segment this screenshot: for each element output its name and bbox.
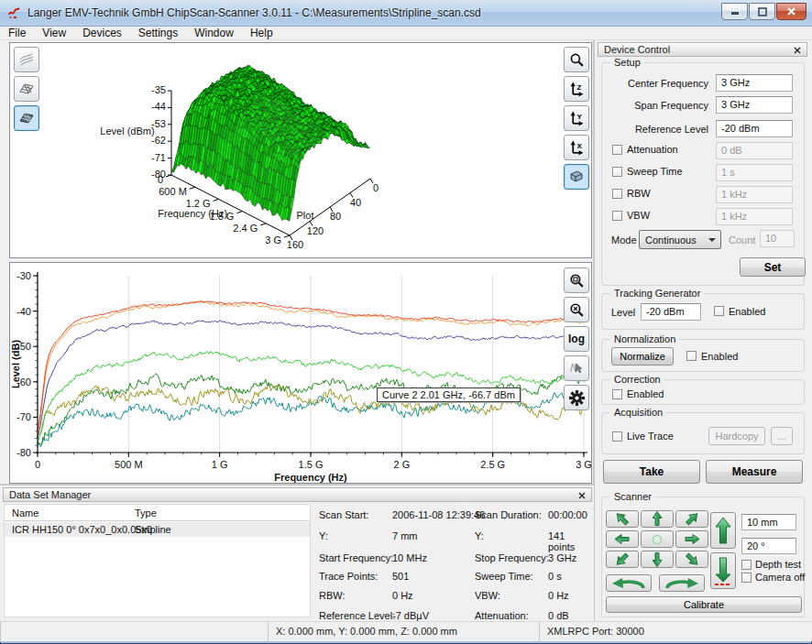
scanner-left-button[interactable] (606, 530, 639, 548)
menu-file[interactable]: File (0, 27, 34, 40)
column-header-type[interactable]: Type (135, 508, 157, 518)
attenuation-input[interactable]: 0 dB (716, 142, 793, 159)
tg-level-input[interactable]: -20 dBm (641, 303, 701, 321)
scanner-up-left-button[interactable] (606, 510, 639, 528)
scanner-up-button[interactable] (641, 510, 674, 528)
probe-up-button[interactable] (710, 512, 736, 549)
arrow-icon (681, 511, 703, 527)
normalization-enabled-checkbox[interactable] (686, 351, 697, 361)
step-size-input[interactable]: 10 mm (741, 514, 796, 530)
center-frequency-label: Center Frequency (608, 78, 708, 89)
scan-info-value: -7 dBµV (392, 610, 429, 621)
axis-z-button[interactable]: Z (564, 76, 589, 102)
vbw-checkbox[interactable] (612, 211, 622, 221)
scanner-up-right-button[interactable] (675, 510, 708, 528)
reference-level-input[interactable]: -20 dBm (716, 120, 793, 137)
svg-text:600 M: 600 M (159, 186, 187, 197)
dataset-manager-close-button[interactable] (576, 490, 587, 501)
status-position: X: 0.000 mm, Y: 0.000 mm, Z: 0.000 mm (268, 622, 539, 642)
spectrum-plot[interactable]: -30-40-50-60-70-800500 M1 G1.5 G2 G2.5 G… (10, 263, 591, 483)
attenuation-checkbox[interactable] (612, 145, 622, 155)
column-header-name[interactable]: Name (12, 508, 38, 518)
sweep-time-checkbox[interactable] (612, 167, 622, 177)
menu-settings[interactable]: Settings (130, 27, 186, 40)
scanner-down-left-button[interactable] (606, 551, 639, 568)
live-trace-checkbox[interactable] (612, 431, 622, 442)
correction-group: Correction Enabled (601, 379, 805, 405)
count-input[interactable]: 10 (760, 230, 795, 247)
surface-solid-button[interactable] (14, 105, 39, 131)
scan-info-label: Y: (475, 530, 484, 541)
svg-text:-70: -70 (16, 411, 31, 422)
vbw-input[interactable]: 1 kHz (716, 208, 793, 225)
menu-window[interactable]: Window (186, 27, 242, 40)
arrow-icon (611, 511, 633, 527)
scanner-down-right-button[interactable] (675, 551, 708, 568)
table-row[interactable]: ICR HH150 0° 0x7x0_0x0.05x0Stripline (5, 522, 310, 537)
calibrate-button[interactable]: Calibrate (606, 596, 802, 613)
dataset-table[interactable]: Name Type ICR HH150 0° 0x7x0_0x0.05x0Str… (4, 504, 311, 617)
sweep-time-input[interactable]: 1 s (716, 164, 793, 181)
svg-text:-71: -71 (151, 152, 166, 163)
zoom-3d-button[interactable] (564, 47, 589, 72)
axis-y-button[interactable]: Y (564, 105, 589, 131)
depth-test-checkbox[interactable] (741, 560, 752, 570)
menu-help[interactable]: Help (242, 27, 281, 40)
minimize-button[interactable] (721, 3, 748, 20)
angle-step-input[interactable]: 20 ° (741, 538, 796, 554)
scanner-right-button[interactable] (675, 530, 708, 548)
maximize-button[interactable] (749, 3, 775, 20)
tg-enabled-checkbox[interactable] (714, 306, 724, 316)
svg-text:0: 0 (158, 174, 163, 185)
status-bar: X: 0.000 mm, Y: 0.000 mm, Z: 0.000 mm XM… (0, 621, 812, 641)
scanner-rotate-cw-button[interactable] (659, 574, 705, 592)
hardcopy-button[interactable]: Hardcopy (708, 427, 765, 445)
menu-view[interactable]: View (34, 27, 74, 40)
scanner-legend: Scanner (610, 491, 655, 502)
device-control-close-button[interactable] (792, 45, 803, 56)
surface-wireframe-button[interactable] (14, 76, 39, 102)
rbw-checkbox[interactable] (612, 189, 622, 199)
probe-down-icon (714, 556, 732, 585)
axis-x-button[interactable]: X (564, 135, 589, 160)
surface-plot[interactable]: -35-44-53-62-71-80Level (dBm)0600 M1.2 G… (10, 43, 591, 257)
acquisition-group: Acquisition Live Trace Hardcopy ... (601, 412, 805, 454)
rbw-input[interactable]: 1 kHz (716, 186, 793, 203)
scan-info-label: Stop Frequency: (475, 552, 549, 563)
zoom-in-button[interactable] (564, 267, 589, 293)
live-trace-label: Live Trace (627, 431, 674, 442)
svg-text:-80: -80 (16, 447, 31, 458)
center-frequency-input[interactable]: 3 GHz (716, 74, 793, 92)
take-button[interactable]: Take (603, 460, 700, 484)
trace-picker-button[interactable]: N (564, 355, 589, 381)
zoom-reset-button[interactable] (564, 297, 589, 322)
scanner-center-button[interactable] (641, 530, 674, 548)
correction-enabled-checkbox[interactable] (612, 389, 622, 399)
menu-devices[interactable]: Devices (74, 27, 130, 40)
view-3d-button[interactable] (564, 164, 589, 190)
title-bar: Langer EMV-Technik GmbH ChipScan-Scanner… (0, 0, 812, 27)
close-button[interactable] (776, 3, 807, 20)
svg-text:Level (dB): Level (dB) (10, 340, 21, 389)
plot3d-panel: -35-44-53-62-71-80Level (dBm)0600 M1.2 G… (9, 42, 592, 258)
scanner-rotate-ccw-button[interactable] (606, 574, 652, 592)
svg-text:Plot: Plot (297, 210, 314, 221)
log-scale-button[interactable]: log (564, 326, 589, 352)
arrow-icon (646, 551, 668, 567)
measure-button[interactable]: Measure (706, 460, 803, 484)
mode-select[interactable]: Continuous (639, 230, 721, 249)
reference-level-label: Reference Level (608, 124, 708, 135)
normalize-button[interactable]: Normalize (611, 347, 674, 366)
magnifier-icon (569, 52, 585, 68)
device-control-header: Device Control (598, 42, 807, 57)
plot-settings-button[interactable] (564, 385, 589, 410)
surface-solid-icon (18, 110, 35, 126)
surface-lines-button[interactable] (14, 47, 39, 72)
span-frequency-input[interactable]: 3 GHz (716, 96, 793, 114)
camera-off-checkbox[interactable] (741, 573, 752, 583)
probe-down-button[interactable] (710, 552, 736, 589)
set-button[interactable]: Set (740, 257, 806, 277)
scanner-down-button[interactable] (641, 551, 674, 568)
svg-text:-30: -30 (16, 270, 31, 281)
hardcopy-more-button[interactable]: ... (771, 427, 793, 445)
